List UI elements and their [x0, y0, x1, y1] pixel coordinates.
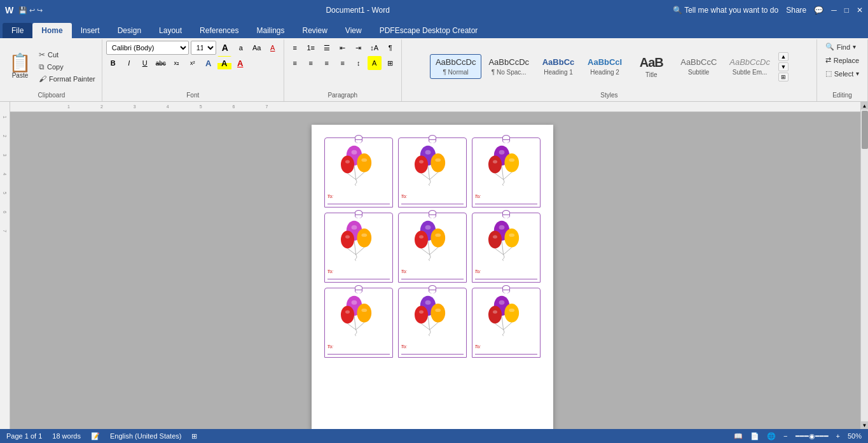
- tab-pdfcreator[interactable]: PDFEscape Desktop Creator: [371, 23, 487, 38]
- zoom-out-button[interactable]: −: [783, 432, 787, 440]
- ruler-mark-1: 1: [67, 104, 70, 109]
- svg-point-60: [357, 304, 371, 323]
- style-subtle-em[interactable]: AaBbCcDc Subtle Em...: [724, 54, 776, 79]
- tab-design[interactable]: Design: [109, 23, 150, 38]
- tab-insert[interactable]: Insert: [72, 23, 109, 38]
- style-heading1[interactable]: AaBbCc Heading 1: [536, 54, 581, 79]
- style-heading2[interactable]: AaBbCcI Heading 2: [582, 54, 628, 79]
- tab-mailings[interactable]: Mailings: [247, 23, 293, 38]
- language[interactable]: English (United States): [110, 432, 182, 440]
- multilevel-list-button[interactable]: ☰: [320, 41, 334, 55]
- font-group: Calibri (Body) 11 A a Aa A B I U abc x₂ …: [102, 39, 284, 101]
- format-painter-button[interactable]: 🖌 Format Painter: [36, 73, 98, 85]
- select-button[interactable]: ⬚ Select ▾: [822, 67, 864, 80]
- scroll-down-button[interactable]: ▼: [861, 421, 869, 429]
- align-center-button[interactable]: ≡: [304, 56, 318, 70]
- justify-button[interactable]: ≡: [336, 56, 350, 70]
- svg-line-71: [429, 323, 437, 330]
- svg-point-70: [435, 309, 441, 312]
- proofing-icon[interactable]: 📝: [91, 432, 100, 440]
- font-grow-button[interactable]: A: [218, 41, 232, 55]
- svg-line-59: [347, 323, 355, 330]
- tab-file[interactable]: File: [3, 23, 32, 38]
- line-spacing-button[interactable]: ↕: [352, 56, 366, 70]
- gift-tags-grid: To:: [322, 135, 543, 360]
- cut-button[interactable]: ✂ Cut: [36, 49, 98, 60]
- select-dropdown-icon: ▾: [856, 70, 859, 77]
- ruler-mark-7: 7: [265, 104, 268, 109]
- doc-scroll-area[interactable]: 1 2 3 4 5 6 7: [10, 102, 860, 429]
- minimize-button[interactable]: ─: [831, 6, 837, 15]
- tag-to-4: To:: [327, 269, 333, 274]
- paste-button[interactable]: 📋 Paste: [5, 52, 35, 81]
- font-name-select[interactable]: Calibri (Body): [106, 41, 189, 55]
- decrease-indent-button[interactable]: ⇤: [336, 41, 350, 55]
- borders-button[interactable]: ⊞: [383, 56, 397, 70]
- tab-view[interactable]: View: [336, 23, 371, 38]
- title-bar-right: 🔍 Tell me what you want to do Share 💬 ─ …: [673, 6, 863, 15]
- scroll-thumb[interactable]: [862, 111, 868, 149]
- style-subtitle[interactable]: AaBbCcC Subtitle: [675, 54, 722, 79]
- text-highlight-button[interactable]: A: [217, 56, 231, 70]
- find-button[interactable]: 🔍 Find ▾: [822, 41, 864, 53]
- bold-button[interactable]: B: [106, 56, 120, 70]
- styles-scroll-up[interactable]: ▲: [778, 52, 789, 61]
- superscript-button[interactable]: x²: [186, 56, 200, 70]
- italic-button[interactable]: I: [122, 56, 136, 70]
- styles-scroll-down[interactable]: ▼: [778, 62, 789, 71]
- page-scroll-container[interactable]: To:: [10, 112, 860, 429]
- underline-button[interactable]: U: [138, 56, 152, 70]
- copy-button[interactable]: ⧉ Copy: [36, 61, 98, 73]
- help-search[interactable]: 🔍 Tell me what you want to do: [673, 6, 778, 15]
- increase-indent-button[interactable]: ⇥: [352, 41, 366, 55]
- style-normal[interactable]: AaBbCcDc ¶ Normal: [430, 54, 482, 79]
- style-title[interactable]: AaB Title: [629, 52, 673, 81]
- strikethrough-button[interactable]: abc: [154, 56, 168, 70]
- share-button[interactable]: Share: [786, 6, 806, 15]
- comments-icon[interactable]: 💬: [814, 6, 823, 15]
- tab-references[interactable]: References: [191, 23, 247, 38]
- word-count: 18 words: [52, 432, 81, 440]
- view-print-button[interactable]: 📄: [750, 432, 759, 440]
- font-size-select[interactable]: 11: [191, 41, 216, 55]
- svg-point-61: [361, 309, 367, 312]
- paste-icon: 📋: [9, 54, 31, 72]
- align-left-button[interactable]: ≡: [288, 56, 302, 70]
- tag-line-6: [475, 274, 537, 279]
- tab-home[interactable]: Home: [32, 23, 71, 38]
- scroll-up-button[interactable]: ▲: [861, 102, 869, 109]
- shading-button[interactable]: A: [368, 56, 382, 70]
- close-button[interactable]: ✕: [857, 6, 863, 15]
- style-no-spacing[interactable]: AaBbCcDc ¶ No Spac...: [483, 54, 535, 79]
- font-color-button[interactable]: A: [233, 56, 247, 70]
- bullets-button[interactable]: ≡: [288, 41, 302, 55]
- view-read-button[interactable]: 📖: [734, 432, 743, 440]
- tab-review[interactable]: Review: [293, 23, 336, 38]
- sort-button[interactable]: ↕A: [368, 41, 382, 55]
- macro-icon[interactable]: ⊞: [191, 432, 197, 440]
- subscript-button[interactable]: x₂: [170, 56, 184, 70]
- page-count: Page 1 of 1: [6, 432, 42, 440]
- styles-more[interactable]: ⊞: [778, 73, 789, 81]
- svg-point-21: [488, 155, 502, 173]
- font-case-button[interactable]: Aa: [250, 41, 264, 55]
- maximize-button[interactable]: □: [844, 6, 849, 15]
- align-right-button[interactable]: ≡: [320, 56, 334, 70]
- scrollbar-vertical[interactable]: ▲ ▼: [860, 102, 868, 429]
- numbering-button[interactable]: 1≡: [304, 41, 318, 55]
- svg-point-73: [499, 300, 504, 305]
- zoom-level[interactable]: 50%: [848, 432, 862, 440]
- show-marks-button[interactable]: ¶: [383, 41, 397, 55]
- font-shrink-button[interactable]: a: [234, 41, 248, 55]
- svg-point-43: [435, 234, 441, 237]
- text-effects-button[interactable]: A: [202, 56, 216, 70]
- clear-formatting-button[interactable]: A: [266, 41, 280, 55]
- zoom-slider[interactable]: ━━━◉━━━: [796, 432, 829, 440]
- replace-button[interactable]: ⇄ Replace: [822, 54, 864, 66]
- svg-line-41: [421, 248, 429, 255]
- svg-line-56: [354, 316, 356, 330]
- view-web-button[interactable]: 🌐: [767, 432, 776, 440]
- tab-layout[interactable]: Layout: [150, 23, 191, 38]
- zoom-in-button[interactable]: +: [836, 432, 840, 440]
- svg-line-47: [502, 241, 504, 255]
